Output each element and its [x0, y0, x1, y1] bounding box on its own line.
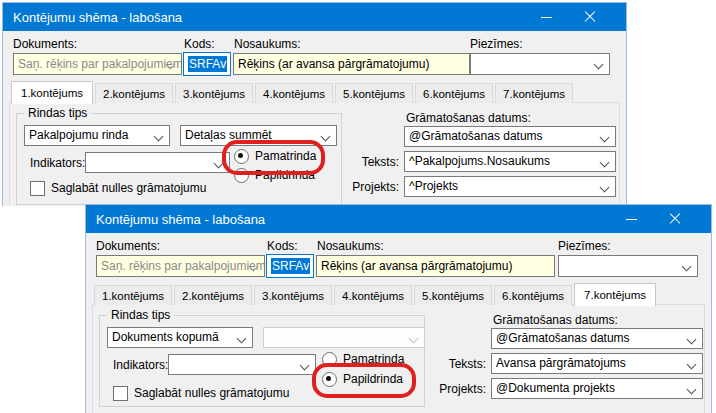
saglabat-checkbox[interactable]: Saglabāt nulles grāmatojumu: [30, 180, 206, 196]
chevron-down-icon: [154, 132, 164, 142]
radio-button-icon: [322, 372, 337, 387]
nosaukums-input[interactable]: Rēķins (ar avansa pārgrāmatojumu): [316, 255, 555, 277]
close-button[interactable]: [653, 205, 697, 233]
projekts-value: @Dokumenta projekts: [496, 381, 615, 395]
tab-kontejums-3[interactable]: 3.kontējums: [175, 83, 253, 103]
screenshot-canvas: Kontējumu shēma - labošana Dokuments: Sa…: [0, 0, 716, 413]
radio-button-icon: [234, 149, 249, 164]
detalas-select[interactable]: [263, 327, 425, 348]
nosaukums-value: Rēķins (ar avansa pārgrāmatojumu): [321, 259, 512, 273]
chevron-down-icon: [687, 335, 697, 345]
teksts-value: ^Pakalpojums.Nosaukums: [409, 154, 550, 168]
teksts-select[interactable]: ^Pakalpojums.Nosaukums: [404, 151, 616, 172]
chevron-down-icon: [300, 361, 310, 371]
chevron-down-icon: [687, 385, 697, 395]
dokuments-label: Dokuments:: [13, 37, 77, 51]
chevron-down-icon: [687, 360, 697, 370]
nosaukums-value: Rēķins (ar avansa pārgrāmatojumu): [238, 57, 429, 71]
nosaukums-label: Nosaukums:: [317, 239, 384, 253]
gramatosanas-select[interactable]: @Grāmatošanas datums: [491, 328, 703, 349]
detalas-value: Detaļas summēt: [185, 128, 272, 142]
title-bar[interactable]: Kontējumu shēma - labošana: [86, 205, 711, 233]
gramatosanas-select[interactable]: @Grāmatošanas datums: [404, 126, 616, 147]
nosaukums-label: Nosaukums:: [234, 37, 301, 51]
tab-kontejums-6[interactable]: 6.kontējums: [494, 285, 572, 305]
indikators-label: Indikators:: [113, 358, 168, 372]
dokuments-value: Saņ. rēķins par pakalpojumiem: [101, 259, 265, 273]
radio-button-icon: [234, 168, 249, 183]
piezimes-select[interactable]: [470, 53, 610, 75]
tab-kontejums-3[interactable]: 3.kontējums: [254, 285, 332, 305]
saglabat-checkbox[interactable]: Saglabāt nulles grāmatojumu: [113, 385, 289, 401]
chevron-down-icon: [214, 159, 224, 169]
piezimes-select[interactable]: [558, 255, 698, 277]
rindas-tips-select[interactable]: Dokuments kopumā: [107, 327, 253, 348]
dialog-posting-scheme-2: Kontējumu shēma - labošana Dokuments: Sa…: [85, 204, 712, 413]
gramatosanas-label: Grāmatošanas datums:: [493, 313, 618, 327]
piezimes-label: Piezīmes:: [558, 239, 611, 253]
projekts-select[interactable]: ^Projekts: [404, 176, 616, 197]
radio-button-icon: [322, 352, 337, 367]
tab-strip: 1.kontējums 2.kontējums 3.kontējums 4.ko…: [11, 80, 618, 103]
close-button[interactable]: [568, 3, 612, 31]
rindas-tips-group-label: Rindas tips: [107, 308, 174, 322]
teksts-select[interactable]: Avansa pārgrāmatojums: [491, 353, 703, 374]
tab-kontejums-2[interactable]: 2.kontējums: [95, 83, 173, 103]
kods-label: Kods:: [184, 37, 215, 51]
saglabat-checkbox-label: Saglabāt nulles grāmatojumu: [134, 386, 289, 400]
indikators-select[interactable]: [85, 152, 230, 173]
chevron-down-icon: [237, 334, 247, 344]
chevron-down-icon: [600, 158, 610, 168]
kods-input[interactable]: SRFAv: [266, 254, 314, 278]
chevron-down-icon: [600, 183, 610, 193]
tab-kontejums-1[interactable]: 1.kontējums: [94, 285, 172, 305]
gramatosanas-label: Grāmatošanas datums:: [406, 111, 531, 125]
piezimes-label: Piezīmes:: [470, 37, 523, 51]
dokuments-select[interactable]: Saņ. rēķins par pakalpojumiem: [13, 53, 182, 75]
rindas-tips-select[interactable]: Pakalpojumu rinda: [24, 125, 170, 146]
tab-kontejums-1[interactable]: 1.kontējums: [11, 81, 93, 104]
dialog-posting-scheme-1: Kontējumu shēma - labošana Dokuments: Sa…: [2, 2, 627, 206]
chevron-down-icon: [321, 132, 331, 142]
projekts-value: ^Projekts: [409, 179, 458, 193]
dokuments-value: Saņ. rēķins par pakalpojumiem: [18, 57, 182, 71]
tab-kontejums-5[interactable]: 5.kontējums: [335, 83, 413, 103]
tab-kontejums-2[interactable]: 2.kontējums: [174, 285, 252, 305]
tab-kontejums-7[interactable]: 7.kontējums: [495, 83, 573, 103]
chevron-down-icon: [682, 262, 692, 272]
indikators-select[interactable]: [168, 354, 316, 375]
chevron-down-icon: [409, 334, 419, 344]
projekts-select[interactable]: @Dokumenta projekts: [491, 378, 703, 399]
gramatosanas-value: @Grāmatošanas datums: [496, 331, 630, 345]
window-title: Kontējumu shēma - labošana: [3, 10, 182, 25]
kods-input[interactable]: SRFAv: [183, 52, 231, 76]
rindas-tips-value: Pakalpojumu rinda: [29, 128, 128, 142]
saglabat-checkbox-label: Saglabāt nulles grāmatojumu: [51, 181, 206, 195]
tab-kontejums-4[interactable]: 4.kontējums: [334, 285, 412, 305]
tab-strip: 1.kontējums 2.kontējums 3.kontējums 4.ko…: [94, 282, 703, 305]
projekts-label: Projekts:: [303, 180, 399, 194]
kods-selected-text: SRFAv: [271, 258, 310, 274]
close-icon: [669, 213, 681, 225]
dokuments-select[interactable]: Saņ. rēķins par pakalpojumiem: [96, 255, 265, 277]
projekts-label: Projekts:: [390, 382, 486, 396]
gramatosanas-value: @Grāmatošanas datums: [409, 129, 543, 143]
tab-kontejums-7[interactable]: 7.kontējums: [574, 283, 656, 306]
nosaukums-input[interactable]: Rēķins (ar avansa pārgrāmatojumu): [233, 53, 470, 75]
kods-label: Kods:: [267, 239, 298, 253]
window-title: Kontējumu shēma - labošana: [86, 212, 265, 227]
minimize-icon: [541, 17, 552, 18]
minimize-button[interactable]: [609, 205, 653, 233]
teksts-label: Teksts:: [390, 357, 486, 371]
minimize-button[interactable]: [524, 3, 568, 31]
tab-kontejums-6[interactable]: 6.kontējums: [415, 83, 493, 103]
tab-kontejums-4[interactable]: 4.kontējums: [255, 83, 333, 103]
tab-kontejums-5[interactable]: 5.kontējums: [414, 285, 492, 305]
indikators-label: Indikators:: [30, 156, 85, 170]
title-bar[interactable]: Kontējumu shēma - labošana: [3, 3, 626, 31]
dokuments-label: Dokuments:: [96, 239, 160, 253]
chevron-down-icon: [600, 133, 610, 143]
detalas-select[interactable]: Detaļas summēt: [180, 125, 337, 146]
chevron-down-icon: [594, 60, 604, 70]
checkbox-icon: [113, 386, 128, 401]
